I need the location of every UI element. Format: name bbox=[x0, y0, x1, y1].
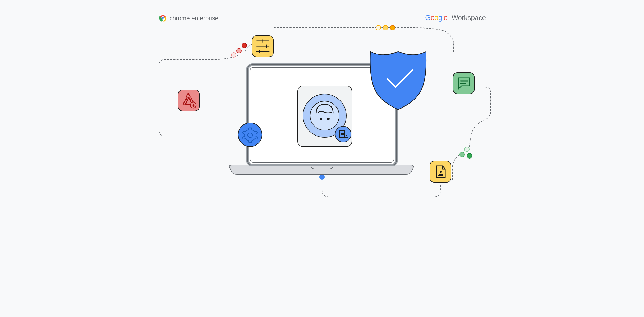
gear-badge bbox=[238, 123, 262, 147]
svg-rect-40 bbox=[453, 73, 474, 94]
user-avatar-icon bbox=[310, 101, 339, 130]
diagram-canvas: chrome enterprise Google Workspace bbox=[121, 0, 523, 211]
svg-point-28 bbox=[248, 133, 252, 138]
svg-point-3 bbox=[376, 25, 381, 30]
chat-tile bbox=[453, 73, 474, 94]
building-badge bbox=[335, 126, 351, 142]
user-card bbox=[298, 86, 352, 147]
svg-point-9 bbox=[464, 147, 469, 152]
svg-point-4 bbox=[383, 25, 388, 30]
svg-point-18 bbox=[327, 118, 330, 120]
svg-point-10 bbox=[460, 152, 464, 157]
svg-point-45 bbox=[440, 171, 442, 173]
svg-point-5 bbox=[390, 25, 395, 30]
svg-point-6 bbox=[242, 43, 247, 48]
settings-sliders-tile bbox=[252, 36, 273, 57]
svg-rect-36 bbox=[178, 90, 199, 111]
svg-point-8 bbox=[231, 53, 236, 57]
contact-document-tile bbox=[430, 161, 451, 182]
svg-point-12 bbox=[320, 175, 324, 179]
svg-point-7 bbox=[237, 48, 241, 53]
svg-point-17 bbox=[320, 118, 322, 120]
diagram-illustration bbox=[121, 0, 523, 211]
drive-plus-tile bbox=[178, 90, 199, 111]
svg-point-11 bbox=[467, 153, 472, 158]
